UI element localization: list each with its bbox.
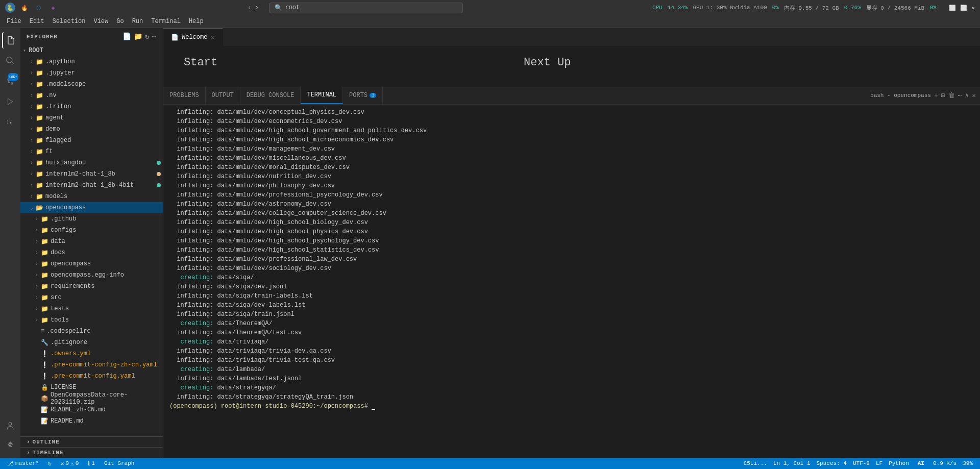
- tree-item[interactable]: › 📁 opencompass.egg-info: [20, 269, 163, 281]
- tree-item[interactable]: › 📁 data: [20, 236, 163, 247]
- tab-welcome-close-icon[interactable]: ✕: [210, 33, 214, 42]
- status-errors[interactable]: ✕ 0 ⚠ 0: [58, 458, 82, 469]
- activity-run-debug[interactable]: [2, 93, 18, 110]
- status-info[interactable]: ℹ 1: [85, 458, 98, 469]
- tree-item[interactable]: › 📁 src: [20, 292, 163, 303]
- search-bar[interactable]: 🔍 root: [269, 3, 463, 13]
- menu-file[interactable]: File: [3, 17, 26, 26]
- menu-help[interactable]: Help: [185, 17, 208, 26]
- terminal-tab-terminal[interactable]: TERMINAL: [301, 87, 343, 104]
- more-actions-icon[interactable]: ⋯: [152, 32, 157, 41]
- tree-item[interactable]: › 📁 models: [20, 191, 163, 202]
- tree-item[interactable]: › 📁 opencompass: [20, 258, 163, 269]
- tree-item[interactable]: ⌄ 📂 opencompass: [20, 202, 163, 213]
- status-line-col[interactable]: Ln 1, Col 1: [770, 458, 814, 469]
- terminal-tab-ports[interactable]: PORTS 1: [343, 87, 383, 104]
- new-file-icon[interactable]: 📄: [122, 32, 132, 41]
- new-folder-icon[interactable]: 📁: [134, 32, 143, 41]
- status-eol[interactable]: LF: [873, 458, 886, 469]
- add-terminal-icon[interactable]: +: [934, 92, 938, 100]
- tree-item[interactable]: › 📁 tests: [20, 303, 163, 314]
- status-git-graph[interactable]: Git Graph: [101, 458, 137, 469]
- outline-panel[interactable]: › OUTLINE: [20, 436, 163, 447]
- gpu-label: GPU-1: 30% Nvidia A100: [693, 5, 767, 11]
- tree-item[interactable]: ❕ .pre-commit-config-zh-cn.yaml: [20, 359, 163, 371]
- activity-explorer[interactable]: [2, 32, 18, 48]
- split-terminal-icon[interactable]: ⊞: [941, 91, 945, 100]
- activity-settings[interactable]: [2, 437, 18, 454]
- activity-source-control[interactable]: 10K+: [2, 73, 18, 89]
- activity-search[interactable]: [2, 53, 18, 69]
- tree-item[interactable]: › 📁 ft: [20, 146, 163, 157]
- status-language[interactable]: Python: [886, 458, 912, 469]
- nav-buttons[interactable]: ‹ ›: [248, 4, 259, 12]
- tree-item-icon: 📁: [41, 271, 48, 279]
- menu-edit[interactable]: Edit: [26, 17, 48, 26]
- tree-item[interactable]: › 📁 demo: [20, 124, 163, 135]
- tree-item[interactable]: ❕ .pre-commit-config.yaml: [20, 371, 163, 382]
- tab-welcome[interactable]: 📄 Welcome ✕: [163, 28, 223, 46]
- minimize-icon[interactable]: ⬜: [949, 5, 956, 11]
- more-terminal-icon[interactable]: ⋯: [958, 91, 962, 100]
- tree-item[interactable]: ❕ .owners.yml: [20, 348, 163, 359]
- tree-item[interactable]: › 📁 .nv: [20, 90, 163, 101]
- close-terminal-icon[interactable]: ✕: [972, 91, 976, 100]
- back-arrow-icon[interactable]: ‹: [248, 4, 252, 12]
- tree-item[interactable]: › 📁 huixiangdou: [20, 157, 163, 168]
- forward-arrow-icon[interactable]: ›: [255, 4, 259, 12]
- tree-item[interactable]: › 📁 .github: [20, 213, 163, 225]
- tree-item[interactable]: › 📁 configs: [20, 225, 163, 236]
- tree-item[interactable]: 🔧 .gitignore: [20, 337, 163, 348]
- sidebar-header-actions[interactable]: 📄 📁 ↻ ⋯: [122, 32, 157, 41]
- tree-item[interactable]: 📝 README.md: [20, 415, 163, 427]
- terminal-line: inflating: data/mmlu/dev/philosophy_dev.…: [169, 181, 974, 190]
- debug-console-label: DEBUG CONSOLE: [247, 92, 295, 99]
- layout-icon[interactable]: ⬜: [960, 5, 967, 11]
- close-icon[interactable]: ✕: [971, 5, 975, 11]
- maximize-terminal-icon[interactable]: ∧: [965, 91, 969, 100]
- timeline-panel[interactable]: › TIMELINE: [20, 447, 163, 458]
- tree-item[interactable]: › 📁 internlm2-chat-1_8b: [20, 168, 163, 180]
- activity-extensions[interactable]: [2, 114, 18, 130]
- terminal-line: inflating: data/mmlu/dev/high_school_psy…: [169, 236, 974, 245]
- menu-terminal[interactable]: Terminal: [147, 17, 185, 26]
- tree-item[interactable]: › 📁 .apython: [20, 56, 163, 67]
- tree-item[interactable]: › 📁 agent: [20, 112, 163, 124]
- tree-root[interactable]: ▾ ROOT: [20, 45, 163, 56]
- tree-item[interactable]: › 📁 requirements: [20, 281, 163, 292]
- status-sync[interactable]: ↻: [45, 458, 55, 469]
- terminal-tab-problems[interactable]: PROBLEMS: [163, 87, 206, 104]
- menu-run[interactable]: Run: [128, 17, 148, 26]
- tree-item[interactable]: › 📁 internlm2-chat-1_8b-4bit: [20, 180, 163, 191]
- tree-item[interactable]: 📦 OpenCompassData-core-20231110.zip: [20, 393, 163, 404]
- status-spaces[interactable]: Spaces: 4: [814, 458, 850, 469]
- tree-item[interactable]: › 📁 .modelscope: [20, 79, 163, 90]
- tree-item[interactable]: › 📁 .triton: [20, 101, 163, 112]
- menu-view[interactable]: View: [89, 17, 112, 26]
- status-ai[interactable]: AI: [912, 458, 930, 469]
- tree-item[interactable]: › 📁 docs: [20, 247, 163, 258]
- window-controls[interactable]: ⬜ ⬜ ✕: [949, 5, 975, 11]
- tab-welcome-icon: 📄: [171, 34, 179, 41]
- refresh-icon[interactable]: ↻: [145, 32, 150, 41]
- tree-item-icon: 📁: [36, 193, 43, 201]
- tree-item[interactable]: ≡ .codespellrc: [20, 326, 163, 337]
- eol-label: LF: [876, 460, 883, 466]
- terminal-prompt-path: (opencompass) root@intern-studio-045290:…: [169, 403, 364, 410]
- status-branch[interactable]: ⎇ master*: [4, 458, 42, 469]
- trash-terminal-icon[interactable]: 🗑: [948, 92, 955, 100]
- menu-go[interactable]: Go: [112, 17, 128, 26]
- terminal-body[interactable]: inflating: data/mmlu/dev/conceptual_phys…: [163, 105, 980, 458]
- status-cursor[interactable]: C5Li...: [741, 458, 770, 469]
- terminal-tab-output[interactable]: OUTPUT: [206, 87, 240, 104]
- activity-account[interactable]: [2, 418, 18, 434]
- tree-item[interactable]: › 📁 tools: [20, 314, 163, 326]
- status-encoding[interactable]: UTF-8: [850, 458, 873, 469]
- menu-selection[interactable]: Selection: [48, 17, 90, 26]
- terminal-tab-debug[interactable]: DEBUG CONSOLE: [240, 87, 301, 104]
- tree-item[interactable]: 📝 README_zh-CN.md: [20, 404, 163, 415]
- tree-item[interactable]: › 📁 flagged: [20, 135, 163, 146]
- ai-badge: AI: [915, 460, 927, 467]
- tree-item[interactable]: › 📁 .jupyter: [20, 67, 163, 79]
- tree-item-icon: 📁: [41, 294, 48, 302]
